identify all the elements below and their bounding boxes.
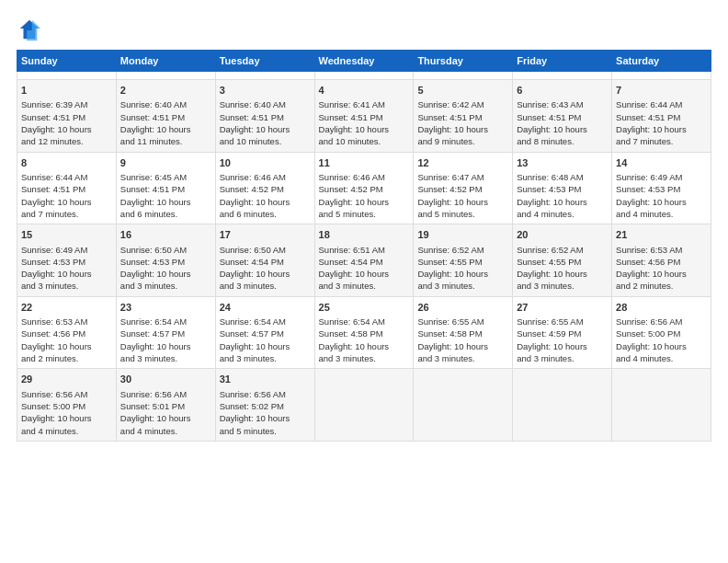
day-info: Sunrise: 6:50 AM <box>220 244 311 256</box>
day-number: 22 <box>21 301 112 315</box>
day-info: Daylight: 10 hours <box>616 123 707 135</box>
day-info: Sunrise: 6:43 AM <box>517 98 608 110</box>
day-info: and 5 minutes. <box>220 425 311 437</box>
day-number: 20 <box>517 228 608 242</box>
day-info: Daylight: 10 hours <box>21 123 112 135</box>
calendar-table: SundayMondayTuesdayWednesdayThursdayFrid… <box>17 50 711 442</box>
day-info: and 6 minutes. <box>220 208 311 220</box>
day-number: 1 <box>21 84 112 98</box>
day-info: Sunrise: 6:54 AM <box>220 316 311 327</box>
day-info: Daylight: 10 hours <box>319 123 410 135</box>
day-number: 3 <box>220 84 311 98</box>
day-info: Daylight: 10 hours <box>417 268 508 280</box>
col-header-thursday: Thursday <box>414 51 513 72</box>
day-info: Daylight: 10 hours <box>21 268 112 280</box>
day-info: and 3 minutes. <box>120 280 211 292</box>
day-info: Daylight: 10 hours <box>120 268 211 280</box>
day-number: 8 <box>21 156 112 170</box>
page: SundayMondayTuesdayWednesdayThursdayFrid… <box>0 0 728 563</box>
day-cell: 7Sunrise: 6:44 AMSunset: 4:51 PMDaylight… <box>612 80 711 153</box>
col-header-wednesday: Wednesday <box>314 51 414 72</box>
day-number: 5 <box>417 84 508 98</box>
day-cell: 17Sunrise: 6:50 AMSunset: 4:54 PMDayligh… <box>215 224 314 297</box>
day-number: 7 <box>616 84 707 98</box>
day-cell <box>612 72 711 80</box>
day-info: and 7 minutes. <box>616 135 707 147</box>
day-info: and 3 minutes. <box>21 280 112 292</box>
day-info: Sunrise: 6:42 AM <box>417 98 508 110</box>
day-info: Daylight: 10 hours <box>616 268 707 280</box>
day-info: Sunset: 5:02 PM <box>220 400 311 412</box>
logo <box>17 17 46 42</box>
day-number: 16 <box>120 228 211 242</box>
day-info: Daylight: 10 hours <box>517 196 608 208</box>
day-info: Daylight: 10 hours <box>319 268 410 280</box>
day-info: Sunset: 4:51 PM <box>220 111 311 123</box>
day-info: and 3 minutes. <box>417 352 508 364</box>
day-info: Sunset: 4:53 PM <box>21 256 112 268</box>
day-info: Sunset: 4:51 PM <box>319 111 410 123</box>
day-info: Sunrise: 6:56 AM <box>120 388 211 400</box>
day-number: 11 <box>319 156 410 170</box>
day-info: Sunrise: 6:44 AM <box>21 171 112 183</box>
day-info: Sunset: 4:51 PM <box>120 183 211 195</box>
day-cell: 16Sunrise: 6:50 AMSunset: 4:53 PMDayligh… <box>116 224 215 297</box>
day-info: Daylight: 10 hours <box>319 340 410 352</box>
day-info: and 12 minutes. <box>21 135 112 147</box>
day-info: Sunset: 4:51 PM <box>417 111 508 123</box>
day-number: 21 <box>616 228 707 242</box>
day-number: 19 <box>417 228 508 242</box>
day-info: Sunset: 4:57 PM <box>120 327 211 339</box>
day-cell: 20Sunrise: 6:52 AMSunset: 4:55 PMDayligh… <box>513 224 612 297</box>
week-row-1: 1Sunrise: 6:39 AMSunset: 4:51 PMDaylight… <box>17 80 711 153</box>
logo-icon <box>17 17 42 42</box>
day-info: and 3 minutes. <box>319 280 410 292</box>
day-info: and 9 minutes. <box>417 135 508 147</box>
day-cell: 24Sunrise: 6:54 AMSunset: 4:57 PMDayligh… <box>215 296 314 369</box>
day-info: Daylight: 10 hours <box>21 412 112 424</box>
day-cell: 6Sunrise: 6:43 AMSunset: 4:51 PMDaylight… <box>513 80 612 153</box>
day-cell: 1Sunrise: 6:39 AMSunset: 4:51 PMDaylight… <box>17 80 117 153</box>
day-info: Sunset: 4:57 PM <box>220 327 311 339</box>
week-row-3: 15Sunrise: 6:49 AMSunset: 4:53 PMDayligh… <box>17 224 711 297</box>
day-info: Daylight: 10 hours <box>120 196 211 208</box>
day-info: Sunrise: 6:47 AM <box>417 171 508 183</box>
col-header-saturday: Saturday <box>612 51 711 72</box>
day-info: Sunrise: 6:54 AM <box>120 316 211 327</box>
day-number: 2 <box>120 84 211 98</box>
day-cell: 3Sunrise: 6:40 AMSunset: 4:51 PMDaylight… <box>215 80 314 153</box>
day-info: Sunset: 5:00 PM <box>616 327 707 339</box>
day-number: 6 <box>517 84 608 98</box>
day-number: 23 <box>120 301 211 315</box>
day-info: Sunset: 4:58 PM <box>319 327 410 339</box>
day-cell: 12Sunrise: 6:47 AMSunset: 4:52 PMDayligh… <box>414 152 513 224</box>
day-info: Sunrise: 6:41 AM <box>319 98 410 110</box>
header-row: SundayMondayTuesdayWednesdayThursdayFrid… <box>17 51 711 72</box>
day-info: Daylight: 10 hours <box>417 196 508 208</box>
day-cell: 26Sunrise: 6:55 AMSunset: 4:58 PMDayligh… <box>414 296 513 369</box>
day-info: Sunset: 4:53 PM <box>517 183 608 195</box>
day-cell <box>314 369 414 442</box>
day-info: and 10 minutes. <box>319 135 410 147</box>
day-info: Sunset: 4:53 PM <box>616 183 707 195</box>
day-info: Sunrise: 6:56 AM <box>616 316 707 327</box>
day-info: Sunrise: 6:39 AM <box>21 98 112 110</box>
day-info: Sunrise: 6:52 AM <box>517 244 608 256</box>
day-info: Daylight: 10 hours <box>120 412 211 424</box>
day-info: Sunset: 4:54 PM <box>220 256 311 268</box>
day-info: and 3 minutes. <box>319 352 410 364</box>
day-info: Sunrise: 6:53 AM <box>616 244 707 256</box>
day-info: and 2 minutes. <box>21 352 112 364</box>
day-info: Sunset: 4:55 PM <box>417 256 508 268</box>
day-info: Sunrise: 6:55 AM <box>417 316 508 327</box>
day-cell: 27Sunrise: 6:55 AMSunset: 4:59 PMDayligh… <box>513 296 612 369</box>
day-info: and 3 minutes. <box>220 352 311 364</box>
col-header-sunday: Sunday <box>17 51 117 72</box>
day-info: Sunrise: 6:50 AM <box>120 244 211 256</box>
day-info: Sunset: 4:54 PM <box>319 256 410 268</box>
day-number: 27 <box>517 301 608 315</box>
day-info: and 4 minutes. <box>616 208 707 220</box>
week-row-0 <box>17 72 711 80</box>
week-row-4: 22Sunrise: 6:53 AMSunset: 4:56 PMDayligh… <box>17 296 711 369</box>
day-cell: 5Sunrise: 6:42 AMSunset: 4:51 PMDaylight… <box>414 80 513 153</box>
